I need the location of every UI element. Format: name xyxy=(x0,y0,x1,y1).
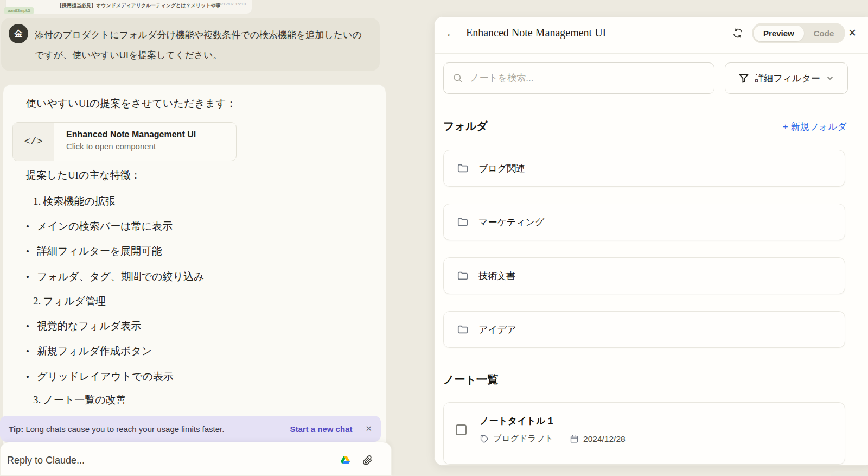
folder-card[interactable]: ブログ関連 xyxy=(443,150,845,187)
artifact-card-title: Enhanced Note Management UI xyxy=(66,130,236,139)
artifact-open-card[interactable]: </> Enhanced Note Management UI Click to… xyxy=(12,122,237,161)
note-title: ノートタイトル 1 xyxy=(480,415,553,427)
tip-text: Tip: Long chats cause you to reach your … xyxy=(9,424,224,434)
tip-label: Tip: xyxy=(9,424,23,434)
folder-card[interactable]: マーケティング xyxy=(443,204,845,240)
reply-composer[interactable]: Reply to Claude... xyxy=(0,442,392,476)
feature-item: 3.ノート一覧の改善 xyxy=(26,393,126,407)
feature-item: •詳細フィルターを展開可能 xyxy=(26,244,162,258)
note-tag: ブログドラフト xyxy=(493,433,553,445)
tag-icon xyxy=(480,434,489,443)
notes-heading: ノート一覧 xyxy=(443,372,498,387)
close-icon[interactable]: ✕ xyxy=(848,27,857,39)
folder-name: ブログ関連 xyxy=(478,162,525,175)
new-folder-button[interactable]: + 新規フォルダ xyxy=(783,120,847,133)
user-message-bubble: 金 添付のプロダクトにフォルダ分け機能や複数条件での検索機能を追加したいのですが… xyxy=(1,18,380,71)
refresh-icon[interactable] xyxy=(732,28,743,39)
feature-item: 1.検索機能の拡張 xyxy=(26,194,116,208)
google-drive-icon[interactable] xyxy=(340,455,351,466)
attachment-tag-badge: aan83mpk5 xyxy=(4,7,34,14)
chevron-down-icon xyxy=(826,74,834,82)
folder-name: アイデア xyxy=(478,323,516,336)
folder-icon xyxy=(457,162,469,174)
feature-item: •グリッドレイアウトでの表示 xyxy=(26,370,174,384)
feature-item: •新規フォルダ作成ボタン xyxy=(26,344,152,358)
artifact-panel: ← Enhanced Note Management UI Preview Co… xyxy=(434,16,868,466)
attachment-title: 【採用担当必見】オウンドメディアリクルーティングとは？メリットや事例を解説 xyxy=(57,2,220,9)
preview-code-toggle: Preview Code xyxy=(752,23,845,43)
folder-name: 技術文書 xyxy=(478,270,515,282)
note-checkbox[interactable] xyxy=(456,424,467,435)
filter-label: 詳細フィルター xyxy=(755,72,820,85)
funnel-icon xyxy=(738,73,749,84)
artifact-title: Enhanced Note Management UI xyxy=(466,27,606,39)
calendar-icon xyxy=(570,434,579,443)
start-new-chat-link[interactable]: Start a new chat xyxy=(290,424,352,434)
artifact-panel-header: ← Enhanced Note Management UI Preview Co… xyxy=(435,17,868,53)
reply-input[interactable]: Reply to Claude... xyxy=(7,455,85,466)
search-icon xyxy=(452,73,463,84)
note-meta: ブログドラフト 2024/12/28 xyxy=(480,433,626,445)
header-divider xyxy=(435,53,868,54)
assistant-intro-text: 使いやすいUIの提案をさせていただきます： xyxy=(26,97,237,111)
search-input[interactable] xyxy=(470,73,705,84)
folders-heading: フォルダ xyxy=(443,119,488,134)
folder-icon xyxy=(457,216,469,228)
usage-tip-banner: Tip: Long chats cause you to reach your … xyxy=(0,416,381,442)
folder-icon xyxy=(457,323,469,335)
tab-preview[interactable]: Preview xyxy=(754,26,804,41)
feature-item: •メインの検索バーは常に表示 xyxy=(26,219,173,233)
paperclip-icon[interactable] xyxy=(362,454,373,466)
advanced-filter-button[interactable]: 詳細フィルター xyxy=(725,62,848,94)
feature-item: •視覚的なフォルダ表示 xyxy=(26,319,141,333)
folder-icon xyxy=(457,270,469,282)
tab-code[interactable]: Code xyxy=(804,26,844,41)
folder-card[interactable]: アイデア xyxy=(443,311,845,348)
feature-item: •フォルダ、タグ、期間での絞り込み xyxy=(26,270,204,284)
folder-name: マーケティング xyxy=(478,216,544,229)
artifact-controls-pill[interactable] xyxy=(831,471,868,476)
close-icon[interactable]: ✕ xyxy=(365,424,372,434)
attachment-timestamp: 2024/12/07 15:10 xyxy=(212,2,246,7)
note-card[interactable]: ノートタイトル 1 ブログドラフト 2024/12/28 xyxy=(443,402,845,465)
user-avatar: 金 xyxy=(9,24,28,43)
user-message-text: 添付のプロダクトにフォルダ分け機能や複数条件での検索機能を追加したいのですが、使… xyxy=(35,25,369,65)
note-search-box[interactable] xyxy=(443,62,714,94)
feature-item: 2.フォルダ管理 xyxy=(26,294,106,308)
back-arrow-icon[interactable]: ← xyxy=(445,26,457,40)
features-heading: 提案したUIの主な特徴： xyxy=(26,168,141,182)
note-date: 2024/12/28 xyxy=(583,434,626,444)
attached-file-preview[interactable]: ... 【採用担当必見】オウンドメディアリクルーティングとは？メリットや事例を解… xyxy=(5,0,252,14)
artifact-card-subtitle: Click to open component xyxy=(66,142,236,151)
code-icon: </> xyxy=(13,123,54,161)
folder-card[interactable]: 技術文書 xyxy=(443,257,845,294)
